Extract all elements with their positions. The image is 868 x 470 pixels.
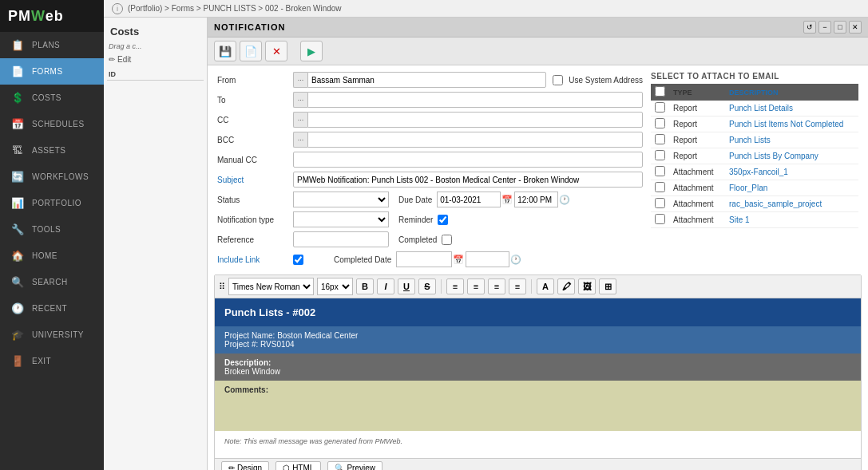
justify-button[interactable]: ≡ [509,278,526,294]
due-time-clock-icon[interactable]: 🕐 [559,195,570,205]
due-time-field[interactable] [514,192,558,207]
from-input-wrap: ··· [293,72,546,88]
attach-row-description[interactable]: Punch List Details [725,101,858,117]
attach-row-checkbox-cell [651,101,669,117]
align-center-button[interactable]: ≡ [467,278,485,294]
completed-date-calendar-icon[interactable]: 📅 [453,255,464,265]
design-tab[interactable]: ✏ Design [221,461,269,470]
subject-row: Subject [217,172,643,188]
from-ellipsis[interactable]: ··· [293,72,307,88]
sidebar-item-exit[interactable]: 🚪 EXIT [0,348,104,374]
font-color-button[interactable]: A [537,278,554,294]
sidebar-item-portfolio[interactable]: 📊 PORTFOLIO [0,190,104,216]
sidebar-item-plans[interactable]: 📋 PLANS [0,32,104,58]
completed-checkbox[interactable] [442,235,452,245]
reference-label: Reference [217,235,293,244]
cancel-button[interactable]: ✕ [265,41,287,61]
status-select[interactable] [293,192,389,207]
image-button[interactable]: 🖼 [578,278,596,294]
cc-ellipsis[interactable]: ··· [293,112,307,128]
attach-col-type: TYPE [669,84,725,101]
to-ellipsis[interactable]: ··· [293,92,307,108]
completed-date-field[interactable] [396,251,452,267]
minimize-btn[interactable]: − [818,21,831,34]
sidebar-item-forms[interactable]: 📄 FORMS [0,58,104,85]
attach-row-checkbox[interactable] [655,102,665,113]
attach-row-checkbox[interactable] [655,214,665,224]
cc-field[interactable] [307,112,643,128]
table-button[interactable]: ⊞ [599,278,616,294]
attach-row-description[interactable]: Floor_Plan [725,180,858,196]
sidebar-item-assets[interactable]: 🏗 ASSETS [0,137,104,164]
highlight-button[interactable]: 🖍 [557,278,575,294]
toolbar-handle-icon[interactable]: ⠿ [219,282,225,292]
to-field[interactable] [307,92,643,108]
close-btn[interactable]: ✕ [849,21,862,34]
due-date-field[interactable] [437,192,501,207]
notification-type-label: Notification type [217,215,293,224]
attach-row-checkbox[interactable] [655,166,665,176]
italic-button[interactable]: I [377,278,394,294]
sidebar-item-workflows[interactable]: 🔄 WORKFLOWS [0,164,104,190]
attach-row-description[interactable]: Site 1 [725,212,858,228]
preview-icon: 🔍 [335,464,344,470]
attach-select-all[interactable] [655,86,665,97]
use-system-address-checkbox[interactable] [553,75,563,85]
sidebar-item-costs[interactable]: 💲 COSTS [0,85,104,111]
sidebar-item-recent[interactable]: 🕐 RECENT [0,295,104,322]
editor-body[interactable]: Punch Lists - #002 Project Name: Boston … [215,298,861,458]
bcc-field[interactable] [307,132,643,148]
completed-time-field[interactable] [466,251,509,267]
copy-button[interactable]: 📄 [240,41,262,61]
attach-row-checkbox[interactable] [655,150,665,160]
sidebar-item-tools[interactable]: 🔧 TOOLS [0,216,104,243]
attach-row-checkbox[interactable] [655,182,665,192]
underline-button[interactable]: U [398,278,415,294]
notification-type-select[interactable] [293,211,389,227]
university-icon: 🎓 [10,329,26,341]
strikethrough-button[interactable]: S [418,278,436,294]
form-fields: From ··· Use System Address [217,72,643,271]
font-family-select[interactable]: Times New Roman [228,278,314,295]
sidebar-item-schedules[interactable]: 📅 SCHEDULES [0,111,104,137]
font-size-select[interactable]: 16px [317,278,353,295]
edit-button[interactable]: ✏ Edit [107,53,204,65]
bcc-ellipsis[interactable]: ··· [293,132,307,148]
refresh-btn[interactable]: ↺ [803,21,816,34]
html-tab[interactable]: ⬡ HTML [275,461,321,470]
editor-footer: ✏ Design ⬡ HTML 🔍 Preview [215,458,861,470]
include-link-checkbox[interactable] [293,255,303,265]
attach-table-row: Report Punch List Items Not Completed [651,117,858,132]
completed-time-clock-icon[interactable]: 🕐 [510,255,521,265]
email-footer: Note: This email message was generated f… [215,431,861,452]
from-field[interactable] [307,72,546,88]
bold-button[interactable]: B [356,278,374,294]
align-right-button[interactable]: ≡ [488,278,505,294]
sidebar-item-search[interactable]: 🔍 SEARCH [0,269,104,295]
attach-row-description[interactable]: Punch Lists [725,132,858,148]
save-button[interactable]: 💾 [214,41,236,61]
preview-tab[interactable]: 🔍 Preview [327,461,382,470]
manual-cc-field[interactable] [293,152,643,168]
toolbar-separator-2 [531,279,532,294]
attach-row-checkbox[interactable] [655,198,665,208]
subject-field[interactable] [293,172,643,188]
comments-body[interactable] [224,394,851,426]
attach-row-description[interactable]: 350px-Fancoil_1 [725,164,858,180]
reference-field[interactable] [293,231,389,247]
reminder-checkbox[interactable] [438,215,448,225]
attach-row-description[interactable]: rac_basic_sample_project [725,196,858,212]
send-button[interactable]: ▶ [300,41,323,61]
align-left-button[interactable]: ≡ [446,278,464,294]
attach-row-description[interactable]: Punch List Items Not Completed [725,117,858,132]
attach-row-checkbox[interactable] [655,118,665,128]
sidebar-item-university[interactable]: 🎓 UNIVERSITY [0,322,104,348]
sidebar-item-home[interactable]: 🏠 HOME [0,243,104,269]
to-input-wrap: ··· [293,92,643,108]
info-icon[interactable]: i [112,3,123,14]
attach-row-checkbox[interactable] [655,134,665,144]
attach-row-description[interactable]: Punch Lists By Company [725,148,858,164]
restore-btn[interactable]: □ [834,21,846,34]
due-date-calendar-icon[interactable]: 📅 [501,195,513,205]
html-icon: ⬡ [283,464,290,470]
